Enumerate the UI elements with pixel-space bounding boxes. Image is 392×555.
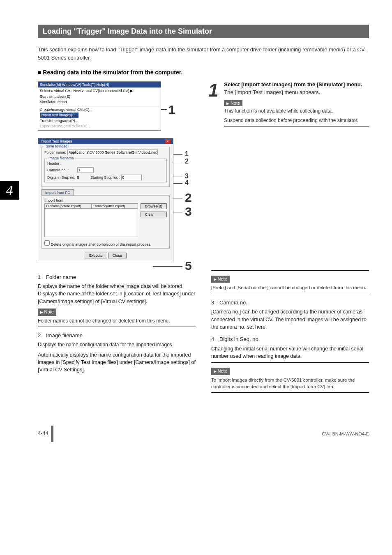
step-1-text: The [Import Test Images] menu appears. — [224, 89, 369, 95]
menu-item: Create/manage virtual CVs(C)... — [40, 107, 159, 113]
callout-exec: 5 — [185, 259, 192, 273]
digits-label: Digits in Seq. no. — [47, 175, 76, 180]
col-before: Filename(before import) — [45, 204, 92, 208]
browse-button: Browse(B) — [141, 203, 167, 209]
note-label: Note — [224, 100, 242, 106]
group-save: Save to (load) — [44, 144, 70, 148]
dialog-title: Import Test Images — [41, 139, 72, 143]
note-text: Folder names cannot be changed or delete… — [38, 318, 196, 325]
start-input — [121, 175, 142, 180]
menu-item: Transfer programs(P)... — [40, 118, 159, 124]
menu-item-highlighted: Import test images(I)... — [40, 113, 78, 118]
item-1-para: Displays the name of the folder where im… — [38, 283, 196, 305]
note-text: Suspend data collection before proceedin… — [224, 117, 369, 124]
item-1-head: 1Folder name — [38, 274, 196, 281]
item-2-para-a: Displays the name configuration data for… — [38, 341, 196, 348]
digits-value: 5 — [77, 175, 90, 180]
tab-import-pc: Import from PC — [42, 189, 74, 196]
note-text: To import images directly from the CV-50… — [211, 377, 369, 390]
header-label: Header : — [47, 161, 62, 166]
callout-1: 1 — [168, 103, 175, 117]
step-1-title: Select [Import test images] from the [Si… — [224, 81, 369, 88]
intro-paragraph: This section explains how to load "Trigg… — [38, 46, 369, 62]
close-button: Close — [108, 253, 127, 258]
callout: 2 — [185, 158, 189, 165]
camera-input — [77, 167, 94, 173]
item-2-head: 2Image filename — [38, 332, 196, 340]
menubar: Simulator(M) Window(W) Tools(T) Help(H) — [38, 82, 161, 88]
note-text: [Prefix] and [Serial number] cannot be c… — [211, 284, 369, 291]
clear-button: Clear — [141, 212, 167, 217]
footer-bar — [51, 426, 53, 442]
chapter-side-tab: 4 — [0, 181, 19, 200]
item-4-head: 4Digits in Seq. no. — [211, 336, 369, 343]
folder-input — [67, 150, 158, 155]
note-text: This function is not available while col… — [224, 108, 369, 115]
item-4-para: Changing the initial serial number value… — [211, 345, 369, 360]
execute-button: Execute — [85, 253, 107, 258]
callout: 1 — [185, 150, 189, 158]
delete-checkbox — [44, 240, 50, 246]
step-number-1: 1 — [208, 81, 218, 131]
camera-label: Camera no. : — [47, 168, 76, 172]
menu-item: Select a virtual CV : New virtual CV(No … — [40, 88, 159, 94]
note-label: Note — [211, 276, 230, 283]
item-3-para: [Camera no.] can be changed according to… — [211, 308, 369, 330]
subheading: Reading data into the simulator from the… — [38, 69, 369, 76]
import-from-label: Import from — [44, 198, 167, 203]
item-3-head: 3Camera no. — [211, 299, 369, 307]
folder-label: Folder name: — [44, 150, 66, 154]
callout-tab: 2 — [185, 191, 192, 205]
note-label: Note — [211, 368, 230, 375]
note-label: Note — [38, 309, 56, 316]
group-image: Image filename — [47, 156, 75, 160]
start-label: Starting Seq. no. : — [90, 175, 120, 180]
col-after: Filename(after import) — [92, 204, 138, 208]
item-2-para-b: Automatically displays the name configur… — [38, 351, 196, 373]
doc-id: CV-H5N-M-WW-NO4-E — [322, 431, 369, 436]
file-listbox — [44, 208, 138, 237]
menu-item: Start simulation(S) — [40, 94, 159, 100]
menu-item-disabled: Export setting data to files(X)... — [40, 124, 159, 129]
callout-browse: 3 — [185, 205, 192, 219]
close-icon: × — [165, 139, 171, 143]
section-title: Loading "Trigger" Image Data into the Si… — [38, 25, 369, 38]
delete-label: Delete original images after completion … — [51, 242, 152, 246]
menu-screenshot: Simulator(M) Window(W) Tools(T) Help(H) … — [38, 81, 161, 131]
dialog-screenshot: Import Test Images × Save to (load) Fold… — [38, 138, 173, 261]
menu-item: Simulator Import — [40, 99, 159, 105]
page-number: 4-44 — [38, 430, 48, 436]
callout: 4 — [185, 179, 189, 187]
